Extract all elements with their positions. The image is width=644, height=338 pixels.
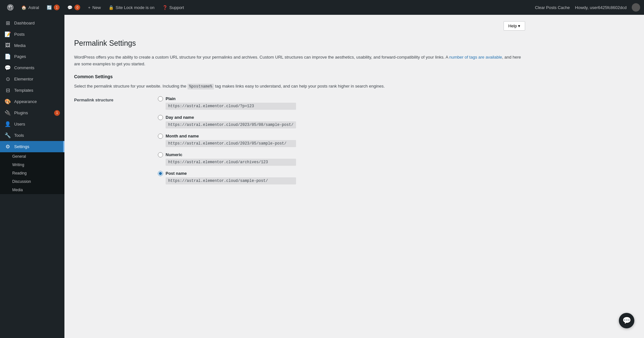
sidebar-item-templates[interactable]: ⊟ Templates <box>0 85 64 96</box>
url-numeric: https://astral.elementor.cloud/archives/… <box>166 159 296 166</box>
chat-icon: 💬 <box>622 316 631 325</box>
user-avatar <box>632 3 640 12</box>
url-month-and-name: https://astral.elementor.cloud/2023/05/s… <box>166 140 296 147</box>
wp-logo[interactable] <box>4 0 17 15</box>
adminbar-updates[interactable]: 🔄 1 <box>43 0 63 15</box>
permalink-desc: Select the permalink structure for your … <box>74 83 525 90</box>
lock-icon: 🔒 <box>109 5 114 10</box>
sidebar-item-pages[interactable]: 📄 Pages <box>0 51 64 62</box>
comments-sidebar-icon: 💬 <box>5 65 11 71</box>
common-settings-title: Common Settings <box>74 74 525 79</box>
submenu-reading[interactable]: Reading <box>0 169 64 177</box>
chat-button[interactable]: 💬 <box>619 313 634 328</box>
adminbar-sitelock[interactable]: 🔒 Site Lock mode is on <box>105 0 158 15</box>
url-plain: https://astral.elementor.cloud/?p=123 <box>166 103 296 110</box>
help-button[interactable]: Help ▾ <box>504 21 525 31</box>
url-day-and-name: https://astral.elementor.cloud/2023/05/0… <box>166 121 296 128</box>
radio-post-name[interactable] <box>158 171 163 176</box>
label-post-name[interactable]: Post name <box>166 171 187 176</box>
adminbar-comments[interactable]: 💬 0 <box>64 0 83 15</box>
main-content: Help ▾ Permalink Settings WordPress offe… <box>64 15 644 338</box>
comments-icon: 💬 <box>67 5 72 10</box>
postname-code: %postname% <box>187 84 214 89</box>
label-month-and-name[interactable]: Month and name <box>166 134 199 138</box>
label-numeric[interactable]: Numeric <box>166 152 182 157</box>
plugins-icon: 🔌 <box>5 110 11 116</box>
sidebar-item-tools[interactable]: 🔧 Tools <box>0 130 64 141</box>
label-day-and-name[interactable]: Day and name <box>166 115 194 120</box>
sidebar-item-plugins[interactable]: 🔌 Plugins 1 <box>0 107 64 118</box>
radio-numeric[interactable] <box>158 152 163 157</box>
submenu-discussion[interactable]: Discussion <box>0 177 64 186</box>
tools-icon: 🔧 <box>5 132 11 138</box>
permalink-options: Plain https://astral.elementor.cloud/?p=… <box>158 96 296 184</box>
pages-icon: 📄 <box>5 53 11 60</box>
radio-plain[interactable] <box>158 96 163 101</box>
permalink-structure-label: Permalink structure <box>74 96 158 184</box>
sidebar-item-settings[interactable]: ⚙ Settings <box>0 141 64 152</box>
settings-icon: ⚙ <box>5 144 11 150</box>
active-indicator <box>63 141 64 152</box>
adminbar-site[interactable]: 🏠 Astral <box>18 0 42 15</box>
clear-cache-button[interactable]: Clear Posts Cache <box>535 5 570 10</box>
radio-day-and-name[interactable] <box>158 115 163 120</box>
option-post-name: Post name https://astral.elementor.cloud… <box>158 171 296 184</box>
permalink-structure-section: Permalink structure Plain https://astral… <box>74 96 525 184</box>
sidebar-item-appearance[interactable]: 🎨 Appearance <box>0 96 64 107</box>
sidebar-item-comments[interactable]: 💬 Comments <box>0 62 64 73</box>
question-icon: ❓ <box>162 5 168 10</box>
dashboard-icon: ⊞ <box>5 20 11 26</box>
plugins-badge: 1 <box>54 110 60 116</box>
option-month-and-name: Month and name https://astral.elementor.… <box>158 134 296 147</box>
sidebar-item-users[interactable]: 👤 Users <box>0 118 64 130</box>
sidebar-item-media[interactable]: 🖼 Media <box>0 40 64 51</box>
howdy-user[interactable]: Howdy, user6425fc8602dcd <box>575 5 627 10</box>
option-day-and-name: Day and name https://astral.elementor.cl… <box>158 115 296 128</box>
submenu-media[interactable]: Media <box>0 186 64 194</box>
sidebar-item-elementor[interactable]: ⊙ Elementor <box>0 73 64 85</box>
option-plain: Plain https://astral.elementor.cloud/?p=… <box>158 96 296 110</box>
appearance-icon: 🎨 <box>5 99 11 105</box>
radio-month-and-name[interactable] <box>158 134 163 139</box>
plus-icon: + <box>88 5 91 10</box>
intro-paragraph: WordPress offers you the ability to crea… <box>74 54 525 68</box>
url-post-name: https://astral.elementor.cloud/sample-po… <box>166 177 296 184</box>
updates-icon: 🔄 <box>47 5 52 10</box>
posts-icon: 📝 <box>5 31 11 37</box>
tags-link[interactable]: number of tags are available <box>449 55 502 60</box>
submenu-general[interactable]: General <box>0 152 64 161</box>
home-icon: 🏠 <box>21 5 26 10</box>
adminbar-support[interactable]: ❓ Support <box>159 0 187 15</box>
option-numeric: Numeric https://astral.elementor.cloud/a… <box>158 152 296 166</box>
templates-icon: ⊟ <box>5 87 11 93</box>
sidebar-item-dashboard[interactable]: ⊞ Dashboard <box>0 17 64 29</box>
media-icon: 🖼 <box>5 42 11 48</box>
adminbar-new[interactable]: + New <box>85 0 104 15</box>
label-plain[interactable]: Plain <box>166 96 176 101</box>
elementor-icon: ⊙ <box>5 76 11 82</box>
settings-submenu: General Writing Reading Discussion Media <box>0 152 64 194</box>
sidebar-item-posts[interactable]: 📝 Posts <box>0 29 64 40</box>
admin-bar: 🏠 Astral 🔄 1 💬 0 + New 🔒 Site Lock mode … <box>0 0 644 15</box>
admin-sidebar: ⊞ Dashboard 📝 Posts 🖼 Media 📄 Pages 💬 Co… <box>0 15 64 338</box>
submenu-writing[interactable]: Writing <box>0 161 64 169</box>
page-title: Permalink Settings <box>74 39 525 48</box>
users-icon: 👤 <box>5 121 11 127</box>
